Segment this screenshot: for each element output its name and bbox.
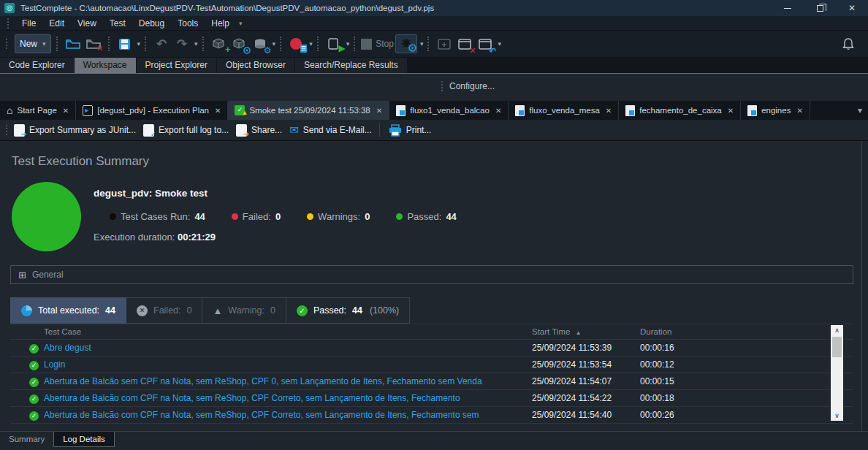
column-label: Start Time (532, 327, 570, 336)
test-case-link[interactable]: ✓Login (10, 359, 532, 370)
results-dropdown-caret[interactable]: ▾ (309, 40, 313, 47)
restore-button[interactable] (804, 0, 836, 16)
table-row[interactable]: ✓Abertura de Balcão com CPF na Nota, sem… (10, 390, 853, 407)
close-icon[interactable]: ✕ (215, 107, 221, 115)
toolbar-grip (7, 18, 9, 28)
doc-tab-smoke-test-log[interactable]: ✓ Smoke test 25/09/2024 11:53:38 ✕ (228, 101, 389, 120)
doc-tab-start-page[interactable]: ⌂ Start Page ✕ (0, 101, 76, 120)
test-run-title: degust_pdv: Smoke test (94, 188, 208, 199)
tab-workspace[interactable]: Workspace (75, 58, 136, 73)
vertical-scrollbar[interactable]: ∧ ∨ (831, 325, 843, 421)
window-dropdown-caret[interactable]: ▾ (498, 40, 501, 47)
doc-tab-label: fluxo1_venda_balcao (410, 106, 490, 115)
filter-tab-warning[interactable]: ▲ Warning: 0 (202, 297, 286, 324)
debug-dropdown-caret[interactable]: ▾ (420, 40, 424, 47)
minimize-button[interactable] (772, 0, 804, 16)
save-button[interactable] (115, 34, 134, 53)
column-duration[interactable]: Duration (640, 327, 750, 336)
table-row[interactable]: ✓Abertura de Balcão com CPF na Nota, sem… (10, 407, 853, 424)
redo-button[interactable]: ↷ (172, 34, 191, 53)
export-full-log-button[interactable]: ✓ Export full log to... (143, 124, 229, 137)
black-dot-icon (110, 213, 116, 220)
close-icon[interactable]: ✕ (376, 107, 382, 115)
menu-test[interactable]: Test (103, 17, 132, 30)
smoke-test-log-icon: ✓ (235, 105, 245, 115)
restore-layout-button[interactable]: ↶ (476, 34, 495, 53)
open-file-button[interactable] (64, 34, 83, 53)
configure-link[interactable]: Configure... (441, 81, 495, 91)
close-window-button[interactable]: ✕ (455, 34, 474, 53)
notifications-button[interactable] (842, 37, 855, 51)
results-button[interactable] (287, 34, 306, 53)
menu-help[interactable]: Help (205, 17, 236, 30)
debug-button[interactable] (395, 34, 417, 53)
send-email-button[interactable]: ✉ Send via E-Mail... (289, 123, 372, 137)
table-row[interactable]: ✓Abertura de Balcão sem CPF na Nota, sem… (10, 373, 853, 390)
doc-tab-fluxo-venda-mesa[interactable]: fluxo_venda_mesa ✕ (509, 101, 619, 120)
configure-label: Configure... (449, 81, 495, 91)
filter-tab-passed[interactable]: ✓ Passed: 44 (100%) (286, 297, 410, 324)
test-case-link[interactable]: ✓Abertura de Balcão com CPF na Nota, sem… (10, 393, 532, 403)
share-button[interactable]: ➜ Share... (236, 124, 282, 137)
scroll-down-icon[interactable]: ∨ (834, 411, 840, 421)
data-generator-button[interactable]: ⚙ (251, 34, 270, 53)
column-start-time[interactable]: Start Time ▲ (532, 327, 640, 336)
document-tab-bar: ⌂ Start Page ✕ [degust_pdv] - Execution … (0, 101, 868, 120)
redo-dropdown-caret[interactable]: ▾ (194, 40, 198, 47)
stat-value: 0 (365, 211, 370, 222)
results-pie-chart (12, 182, 81, 251)
close-icon[interactable]: ✕ (796, 107, 802, 115)
data-dropdown-caret[interactable]: ▾ (273, 40, 276, 47)
table-row[interactable]: ✓Abre degust 25/09/2024 11:53:39 00:00:1… (10, 340, 853, 356)
save-dropdown-caret[interactable]: ▾ (137, 40, 141, 47)
table-row[interactable]: ✓Login 25/09/2024 11:53:54 00:00:12 (10, 356, 853, 373)
tab-summary[interactable]: Summary (0, 432, 53, 446)
menu-view[interactable]: View (71, 17, 103, 30)
undo-button[interactable]: ↶ (152, 34, 171, 53)
menu-debug[interactable]: Debug (132, 17, 171, 30)
run-dropdown-caret[interactable]: ▾ (346, 40, 350, 47)
tab-log-details[interactable]: Log Details (53, 432, 115, 447)
close-icon[interactable]: ✕ (495, 107, 501, 115)
script-file-icon (515, 105, 525, 116)
scrollbar-thumb[interactable] (832, 337, 842, 357)
menu-edit[interactable]: Edit (42, 17, 71, 30)
pie-icon (21, 305, 32, 316)
expand-icon[interactable]: ⊞ (18, 270, 26, 281)
print-button[interactable]: Print... (389, 124, 432, 137)
filter-tab-failed[interactable]: ✕ Failed: 0 (126, 297, 202, 324)
doc-tab-fechamento-de-caixa[interactable]: fechamento_de_caixa ✕ (619, 101, 741, 120)
run-button[interactable]: ▶ (324, 34, 343, 53)
map-object-button[interactable] (230, 34, 249, 53)
menu-file[interactable]: File (15, 17, 42, 30)
tab-code-explorer[interactable]: Code Explorer (0, 58, 74, 73)
tab-project-explorer[interactable]: Project Explorer (137, 58, 216, 73)
passed-check-icon: ✓ (29, 361, 39, 370)
menu-tools[interactable]: Tools (171, 17, 205, 30)
menu-overflow-caret[interactable]: ▾ (236, 20, 245, 27)
tab-object-browser[interactable]: Object Browser (217, 58, 294, 73)
filter-tab-total[interactable]: Total executed: 44 (10, 297, 126, 324)
new-button[interactable]: New ▾ (15, 34, 51, 53)
export-summary-junit-button[interactable]: ➜ Export Summary as JUnit... (14, 124, 136, 137)
doc-tab-engines[interactable]: engines ✕ (741, 101, 810, 120)
tab-list-dropdown[interactable]: ▾ (858, 105, 868, 115)
general-section-header[interactable]: ⊞ General (10, 265, 853, 284)
close-button[interactable]: ✕ (836, 0, 868, 16)
close-icon[interactable]: ✕ (728, 107, 734, 115)
doc-tab-execution-plan[interactable]: [degust_pdv] - Execution Plan ✕ (76, 101, 228, 120)
column-test-case[interactable]: Test Case (10, 327, 532, 336)
add-item-button[interactable]: + (210, 34, 229, 53)
doc-tab-fluxo1-venda-balcao[interactable]: fluxo1_venda_balcao ✕ (389, 101, 509, 120)
toolbar-separator (354, 37, 356, 51)
tab-search-replace-results[interactable]: Search/Replace Results (295, 58, 407, 73)
close-icon[interactable]: ✕ (606, 107, 612, 115)
test-case-link[interactable]: ✓Abre degust (10, 343, 532, 353)
start-time-cell: 25/09/2024 11:53:54 (532, 359, 640, 370)
test-case-name: Login (44, 359, 65, 370)
test-case-link[interactable]: ✓Abertura de Balcão sem CPF na Nota, sem… (10, 376, 532, 386)
test-case-link[interactable]: ✓Abertura de Balcão com CPF na Nota, sem… (10, 410, 532, 420)
close-icon[interactable]: ✕ (63, 107, 69, 115)
scroll-up-icon[interactable]: ∧ (834, 325, 840, 335)
close-file-button[interactable]: ✕ (84, 34, 103, 53)
